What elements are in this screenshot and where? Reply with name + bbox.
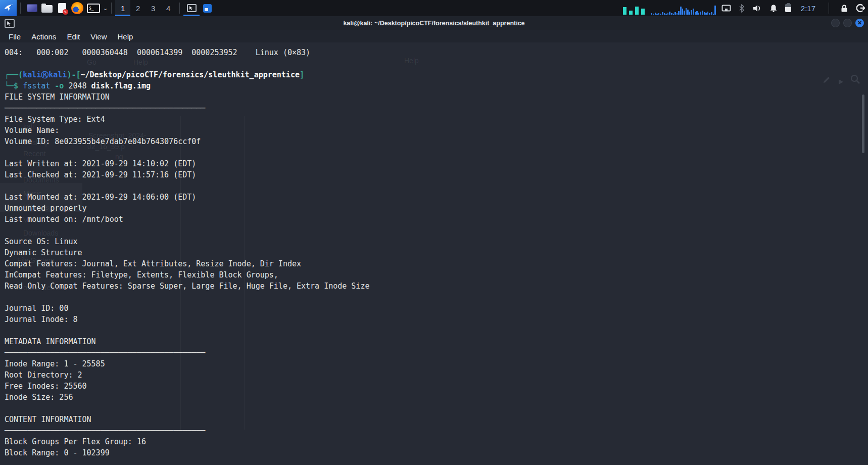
monitor-bar <box>704 12 705 15</box>
terminal-line: METADATA INFORMATION <box>5 336 868 347</box>
lock-icon[interactable] <box>840 4 848 13</box>
terminal-launcher[interactable]: $_ <box>85 0 102 16</box>
monitor-bar <box>641 9 645 15</box>
monitor-bar <box>695 12 696 15</box>
logout-icon[interactable] <box>856 4 865 13</box>
workspace-4[interactable]: 4 <box>161 0 176 16</box>
window-switcher-launcher[interactable] <box>24 0 39 16</box>
terminal-line: Read Only Compat Features: Sparse Super,… <box>5 281 868 292</box>
battery-icon[interactable] <box>785 4 791 12</box>
monitor-bar <box>691 10 692 15</box>
network-monitor-graph[interactable] <box>623 2 716 15</box>
minimize-button[interactable] <box>831 19 840 27</box>
volume-icon[interactable] <box>752 4 762 13</box>
taskbar-window-button-blue-app[interactable] <box>200 0 215 16</box>
bluetooth-icon[interactable] <box>739 4 745 13</box>
terminal-line: Source OS: Linux <box>5 236 868 247</box>
taskbar-launchers: ✎ $_ ⌄ 1234 <box>0 0 215 16</box>
monitor-bar <box>656 14 658 15</box>
monitor-bar <box>698 13 700 15</box>
terminal-line: FILE SYSTEM INFORMATION <box>5 91 868 103</box>
text-editor-launcher[interactable]: ✎ <box>55 0 70 16</box>
ethernet-icon[interactable] <box>721 4 731 12</box>
terminal-line: Unmounted properly <box>5 203 868 214</box>
terminal-line: CONTENT INFORMATION <box>5 414 868 425</box>
terminal-line: Last Written at: 2021-09-29 14:10:02 (ED… <box>5 158 868 169</box>
menu-view[interactable]: View <box>90 32 107 41</box>
window-title: kali@kali: ~/Desktop/picoCTF/forensics/s… <box>0 20 868 27</box>
monitor-bar <box>667 13 669 15</box>
firefox-launcher[interactable] <box>70 0 85 16</box>
monitor-bar <box>658 13 660 15</box>
taskbar-separator <box>179 3 180 14</box>
chevron-down-icon[interactable]: ⌄ <box>103 5 108 12</box>
terminal-output: 004: 000:002 0000360448 0000614399 00002… <box>0 42 868 458</box>
kali-menu-button[interactable] <box>0 0 17 16</box>
monitor-bar <box>693 9 694 15</box>
maximize-button[interactable] <box>843 19 852 27</box>
document-icon: ✎ <box>58 3 66 13</box>
terminal-line: Last mounted on: /mnt/boot <box>5 214 868 225</box>
monitor-bar <box>662 12 663 15</box>
monitor-bar <box>653 14 654 15</box>
terminal-line <box>5 147 868 158</box>
terminal-line <box>5 325 868 336</box>
monitor-bar <box>713 14 714 15</box>
workspace-2[interactable]: 2 <box>130 0 146 16</box>
folder-icon <box>41 5 53 13</box>
terminal-line: 004: 000:002 0000360448 0000614399 00002… <box>5 47 868 58</box>
edit-badge-icon: ✎ <box>63 9 68 15</box>
notifications-bell-icon[interactable] <box>769 4 778 13</box>
terminal-line: ────────────────────────────────────────… <box>5 347 868 358</box>
workspace-3[interactable]: 3 <box>146 0 161 16</box>
menu-actions[interactable]: Actions <box>31 32 56 41</box>
terminal-line <box>5 403 868 414</box>
monitor-bar <box>674 12 676 15</box>
terminal-line: └─$ fsstat -o 2048 disk.flag.img <box>5 80 868 91</box>
workspace-1[interactable]: 1 <box>115 0 130 16</box>
terminal-line: Compat Features: Journal, Ext Attributes… <box>5 258 868 269</box>
clock[interactable]: 2:17 <box>801 4 815 13</box>
taskbar-separator <box>829 3 829 14</box>
window-switcher-icon <box>27 4 37 12</box>
taskbar-window-button-terminal[interactable] <box>183 0 200 16</box>
monitor-bar <box>709 13 710 15</box>
terminal-line: Last Checked at: 2021-09-29 11:57:16 (ED… <box>5 169 868 180</box>
terminal-line: Journal Inode: 8 <box>5 314 868 325</box>
terminal-line: Root Directory: 2 <box>5 369 868 381</box>
blue-app-icon <box>203 4 212 13</box>
monitor-bar <box>705 13 707 15</box>
titlebar[interactable]: kali@kali: ~/Desktop/picoCTF/forensics/s… <box>0 16 868 30</box>
close-button[interactable]: ✕ <box>855 19 864 27</box>
monitor-bar <box>635 7 639 15</box>
taskbar-tray: 2:17 <box>623 0 868 16</box>
terminal-line: Inode Range: 1 - 25585 <box>5 358 868 369</box>
terminal-window: kali@kali: ~/Desktop/picoCTF/forensics/s… <box>0 16 868 465</box>
terminal-line: Journal ID: 00 <box>5 303 868 314</box>
kali-dragon-icon <box>3 3 14 14</box>
terminal-line: Free Inodes: 25560 <box>5 381 868 392</box>
monitor-bar <box>680 7 682 15</box>
monitor-bar <box>655 13 656 15</box>
terminal-line: ┌──(kaliⓀkali)-[~/Desktop/picoCTF/forens… <box>5 69 868 80</box>
monitor-bar <box>711 12 712 15</box>
file-manager-launcher[interactable] <box>39 0 55 16</box>
terminal-line: Dynamic Structure <box>5 247 868 258</box>
monitor-bar <box>671 13 672 15</box>
monitor-bar <box>702 11 703 15</box>
terminal-line: ────────────────────────────────────────… <box>5 103 868 114</box>
menu-edit[interactable]: Edit <box>67 32 80 41</box>
monitor-bar <box>682 9 684 15</box>
monitor-bar <box>700 12 701 15</box>
menubar: FileActionsEditViewHelp <box>0 30 868 42</box>
menu-file[interactable]: File <box>9 32 21 41</box>
monitor-bar <box>669 12 670 15</box>
monitor-bar <box>677 13 678 15</box>
taskbar: ✎ $_ ⌄ 1234 <box>0 0 868 16</box>
monitor-bar <box>665 14 667 15</box>
terminal-body[interactable]: 004: 000:002 0000360448 0000614399 00002… <box>0 42 868 465</box>
monitor-bar <box>651 13 652 15</box>
scrollbar-thumb[interactable] <box>862 95 864 153</box>
menu-help[interactable]: Help <box>117 32 133 41</box>
qterminal-titlebar-icon <box>5 19 15 28</box>
